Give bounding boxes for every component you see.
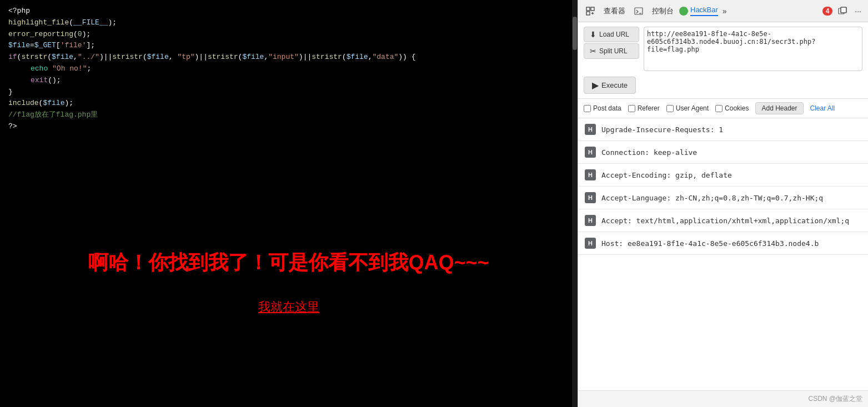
devtools-toolbar: 查看器 控制台 HackBar » 4 ···: [578, 0, 868, 22]
header-row: H Connection: keep-alive: [578, 141, 868, 164]
h-badge-0: H: [585, 124, 596, 135]
error-badge: 4: [822, 7, 833, 16]
devtools-panel: 查看器 控制台 HackBar » 4 ···: [578, 0, 868, 407]
code-line-5: echo "Oh no!";: [8, 63, 569, 75]
header-row: H Host: ee8ea191-8f1e-4a1c-8e5e-e605c6f3…: [578, 232, 868, 255]
code-line-2: error_reporting(0);: [8, 29, 569, 41]
svg-rect-5: [841, 7, 846, 13]
h-badge-1: H: [585, 147, 596, 158]
browser-content: <?php highlight_file(__FILE__); error_re…: [0, 0, 578, 407]
referer-checkbox-label[interactable]: Referer: [628, 104, 660, 112]
load-url-button[interactable]: ⬇ Load URL: [584, 27, 639, 42]
h-badge-3: H: [585, 192, 596, 203]
split-url-icon: ✂: [590, 47, 596, 56]
url-input[interactable]: http://ee8ea191-8f1e-4a1c-8e5e-e605c6f31…: [644, 27, 862, 71]
load-url-icon: ⬇: [590, 30, 596, 39]
header-row: H Upgrade-Insecure-Requests: 1: [578, 118, 868, 141]
left-scrollbar[interactable]: [572, 0, 578, 407]
options-row: Post data Referer User Agent Cookies Add…: [578, 99, 868, 118]
viewer-tab[interactable]: 查看器: [600, 6, 629, 16]
header-rows: H Upgrade-Insecure-Requests: 1 H Connect…: [578, 118, 868, 255]
header-text-2: Accept-Encoding: gzip, deflate: [601, 171, 732, 179]
header-text-5: Host: ee8ea191-8f1e-4a1c-8e5e-e605c6f314…: [601, 239, 819, 248]
add-header-button[interactable]: Add Header: [755, 102, 803, 114]
header-text-3: Accept-Language: zh-CN,zh;q=0.8,zh-TW;q=…: [601, 194, 823, 202]
post-data-checkbox[interactable]: [584, 105, 591, 112]
url-section: ⬇ Load URL ✂ Split URL http://ee8ea191-8…: [578, 22, 868, 99]
execute-button[interactable]: ▶ Execute: [584, 77, 636, 94]
cookies-checkbox[interactable]: [715, 105, 723, 112]
header-row: H Accept-Encoding: gzip, deflate: [578, 164, 868, 187]
hackbar-tab[interactable]: HackBar: [679, 6, 718, 16]
footer-text: CSDN @伽蓝之堂: [578, 390, 868, 407]
code-line-4: if(strstr($file,"../")||stristr($file, "…: [8, 52, 569, 63]
header-row: H Accept: text/html,application/xhtml+xm…: [578, 209, 868, 232]
url-textarea-wrap: http://ee8ea191-8f1e-4a1c-8e5e-e605c6f31…: [644, 27, 862, 73]
sub-message: 我就在这里: [0, 299, 578, 315]
execute-row: ▶ Execute: [584, 77, 862, 94]
header-text-4: Accept: text/html,application/xhtml+xml,…: [601, 217, 849, 225]
code-line-9: //flag放在了flag.php里: [8, 109, 569, 121]
code-area: <?php highlight_file(__FILE__); error_re…: [0, 0, 578, 138]
console-tab[interactable]: 控制台: [649, 6, 677, 16]
code-line-0: <?php: [8, 6, 569, 17]
header-text-1: Connection: keep-alive: [601, 148, 697, 157]
referer-checkbox[interactable]: [628, 105, 635, 112]
inspect-icon[interactable]: [583, 3, 598, 19]
split-url-button[interactable]: ✂ Split URL: [584, 43, 639, 59]
svg-rect-2: [586, 12, 590, 15]
code-line-1: highlight_file(__FILE__);: [8, 17, 569, 29]
execute-icon: ▶: [592, 80, 599, 91]
url-buttons: ⬇ Load URL ✂ Split URL: [584, 27, 639, 73]
code-line-7: }: [8, 87, 569, 98]
main-message: 啊哈！你找到我了！可是你看不到我QAQ~~~: [0, 249, 578, 277]
h-badge-2: H: [585, 169, 596, 180]
more-menu-btn[interactable]: ···: [852, 7, 864, 16]
code-line-8: include($file);: [8, 98, 569, 109]
scrollbar-thumb[interactable]: [573, 17, 577, 50]
hackbar-content: ⬇ Load URL ✂ Split URL http://ee8ea191-8…: [578, 22, 868, 390]
clear-all-button[interactable]: Clear All: [810, 104, 835, 112]
window-icon[interactable]: [835, 3, 850, 19]
code-line-6: exit();: [8, 75, 569, 87]
user-agent-checkbox[interactable]: [666, 105, 674, 112]
header-row: H Accept-Language: zh-CN,zh;q=0.8,zh-TW;…: [578, 187, 868, 209]
h-badge-4: H: [585, 215, 596, 226]
console-icon[interactable]: [631, 3, 646, 19]
more-tabs-icon[interactable]: »: [720, 7, 729, 16]
user-agent-checkbox-label[interactable]: User Agent: [666, 104, 709, 112]
url-row: ⬇ Load URL ✂ Split URL http://ee8ea191-8…: [584, 27, 862, 73]
hackbar-dot: [679, 7, 688, 16]
svg-rect-0: [586, 7, 590, 11]
code-line-10: ?>: [8, 121, 569, 133]
h-badge-5: H: [585, 238, 596, 249]
svg-rect-1: [591, 7, 594, 11]
post-data-checkbox-label[interactable]: Post data: [584, 104, 621, 112]
cookies-checkbox-label[interactable]: Cookies: [715, 104, 749, 112]
code-line-3: $file=$_GET['file'];: [8, 40, 569, 52]
header-text-0: Upgrade-Insecure-Requests: 1: [601, 125, 723, 134]
